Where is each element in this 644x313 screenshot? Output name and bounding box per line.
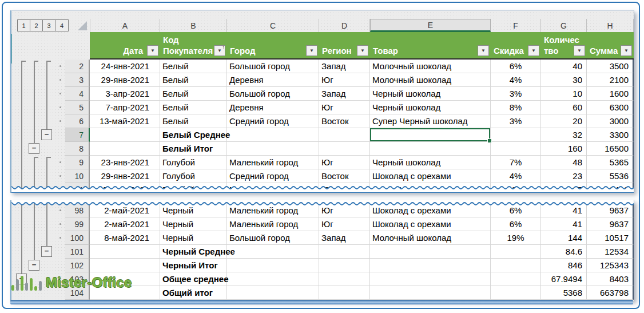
row-header-10[interactable]: 10 xyxy=(65,169,90,183)
row-header-11[interactable]: 11 xyxy=(65,183,90,193)
row-header-100[interactable]: 100 xyxy=(65,231,90,245)
cell-H8[interactable]: 16500 xyxy=(587,142,634,156)
cell-A98[interactable]: 2-май-2021 xyxy=(90,204,160,217)
cell-D98[interactable]: Юг xyxy=(319,204,370,217)
cell-G98[interactable]: 41 xyxy=(541,204,587,217)
cell-C8[interactable] xyxy=(227,142,319,156)
cell-B102[interactable]: Черный Итог xyxy=(160,259,227,272)
cell-F4[interactable]: 3% xyxy=(491,87,541,101)
row-header-99[interactable]: 99 xyxy=(65,217,90,231)
column-header-F[interactable]: F xyxy=(491,19,541,32)
cell-B100[interactable]: Черный xyxy=(160,231,227,245)
filter-button-a[interactable]: ▼ xyxy=(147,45,158,56)
cell-H102[interactable]: 125343 xyxy=(587,259,634,272)
cell-B6[interactable]: Белый xyxy=(160,114,227,128)
column-header-G[interactable]: G xyxy=(541,19,587,32)
cell-B103[interactable]: Общее среднее xyxy=(160,272,227,286)
cell-A10[interactable]: 29-янв-2021 xyxy=(90,169,160,183)
cell-C3[interactable]: Деревня xyxy=(227,73,319,87)
cell-E11[interactable]: Супер Черный шоколад xyxy=(370,183,491,193)
cell-F11[interactable]: 13% xyxy=(491,183,541,193)
cell-G100[interactable]: 144 xyxy=(541,231,587,245)
cell-C11[interactable]: Маленький город xyxy=(227,183,319,193)
cell-C98[interactable]: Маленький город xyxy=(227,204,319,217)
cell-F9[interactable]: 7% xyxy=(491,156,541,169)
cell-G101[interactable]: 84.6 xyxy=(541,245,587,259)
cell-A2[interactable]: 24-янв-2021 xyxy=(90,60,160,73)
filter-button-e[interactable]: ▼ xyxy=(478,45,489,56)
cell-H101[interactable]: 12534 xyxy=(587,245,634,259)
cell-F100[interactable]: 19% xyxy=(491,231,541,245)
cell-E8[interactable] xyxy=(370,142,491,156)
cell-A4[interactable]: 3-апр-2021 xyxy=(90,87,160,101)
row-header-9[interactable]: 9 xyxy=(65,156,90,169)
cell-B101[interactable]: Черный Среднее xyxy=(160,245,227,259)
cell-H103[interactable]: 8403 xyxy=(587,272,634,286)
cell-F102[interactable] xyxy=(491,259,541,272)
cell-B10[interactable]: Голубой xyxy=(160,169,227,183)
select-all-corner[interactable] xyxy=(78,21,87,30)
cell-D103[interactable] xyxy=(319,272,370,286)
cell-G5[interactable]: 60 xyxy=(541,101,587,114)
cell-B5[interactable]: Белый xyxy=(160,101,227,114)
cell-C7[interactable] xyxy=(227,128,319,142)
cell-D6[interactable]: Восток xyxy=(319,114,370,128)
cell-A99[interactable]: 2-май-2021 xyxy=(90,217,160,231)
cell-A101[interactable] xyxy=(90,245,160,259)
cell-G3[interactable]: 30 xyxy=(541,73,587,87)
column-header-B[interactable]: B xyxy=(160,19,227,32)
cell-F103[interactable] xyxy=(491,272,541,286)
cell-C2[interactable]: Большой город xyxy=(227,60,319,73)
collapse-button-row-7[interactable]: − xyxy=(41,129,52,140)
cell-F104[interactable] xyxy=(491,286,541,300)
cell-G104[interactable]: 5368 xyxy=(541,286,587,300)
cell-E101[interactable] xyxy=(370,245,491,259)
cell-G11[interactable]: 95 xyxy=(541,183,587,193)
cell-F101[interactable] xyxy=(491,245,541,259)
filter-button-f[interactable]: ▼ xyxy=(528,45,539,56)
filter-button-c[interactable]: ▼ xyxy=(306,45,317,56)
cell-E5[interactable]: Черный шоколад xyxy=(370,101,491,114)
cell-D11[interactable]: Юг xyxy=(319,183,370,193)
cell-F99[interactable]: 6% xyxy=(491,217,541,231)
cell-A5[interactable]: 7-апр-2021 xyxy=(90,101,160,114)
cell-B98[interactable]: Черный xyxy=(160,204,227,217)
cell-C9[interactable]: Маленький город xyxy=(227,156,319,169)
cell-H100[interactable]: 10517 xyxy=(587,231,634,245)
cell-G8[interactable]: 160 xyxy=(541,142,587,156)
cell-E98[interactable]: Шоколад с орехами xyxy=(370,204,491,217)
cell-A9[interactable]: 23-янв-2021 xyxy=(90,156,160,169)
cell-A6[interactable]: 13-май-2021 xyxy=(90,114,160,128)
cell-E7[interactable] xyxy=(370,128,491,142)
cell-D8[interactable] xyxy=(319,142,370,156)
cell-B99[interactable]: Черный xyxy=(160,217,227,231)
cell-A100[interactable]: 8-май-2021 xyxy=(90,231,160,245)
cell-B9[interactable]: Голубой xyxy=(160,156,227,169)
cell-D104[interactable] xyxy=(319,286,370,300)
cell-D3[interactable]: Юг xyxy=(319,73,370,87)
cell-C10[interactable]: Средний город xyxy=(227,169,319,183)
outline-level-4-button[interactable]: 4 xyxy=(55,20,68,31)
cell-D5[interactable]: Юг xyxy=(319,101,370,114)
outline-level-3-button[interactable]: 3 xyxy=(43,20,55,31)
row-header-98[interactable]: 98 xyxy=(65,204,90,217)
cell-D7[interactable] xyxy=(319,128,370,142)
cell-A11[interactable]: 7-фев-2021 xyxy=(90,183,160,193)
cell-H5[interactable]: 6300 xyxy=(587,101,634,114)
cell-E6[interactable]: Супер Черный шоколад xyxy=(370,114,491,128)
cell-G2[interactable]: 40 xyxy=(541,60,587,73)
cell-F6[interactable]: 3% xyxy=(491,114,541,128)
cell-H9[interactable]: 5365 xyxy=(587,156,634,169)
row-header-102[interactable]: 102 xyxy=(65,259,90,272)
row-header-5[interactable]: 5 xyxy=(65,101,90,114)
cell-G6[interactable]: 20 xyxy=(541,114,587,128)
row-header-7[interactable]: 7 xyxy=(65,128,90,142)
cell-F5[interactable]: 8% xyxy=(491,101,541,114)
filter-button-g[interactable]: ▼ xyxy=(574,45,585,56)
cell-D100[interactable]: Запад xyxy=(319,231,370,245)
row-header-8[interactable]: 8 xyxy=(65,142,90,156)
cell-E10[interactable]: Шоколад с орехами xyxy=(370,169,491,183)
cell-H98[interactable]: 9637 xyxy=(587,204,634,217)
cell-C101[interactable] xyxy=(227,245,319,259)
outline-level-2-button[interactable]: 2 xyxy=(30,20,43,31)
